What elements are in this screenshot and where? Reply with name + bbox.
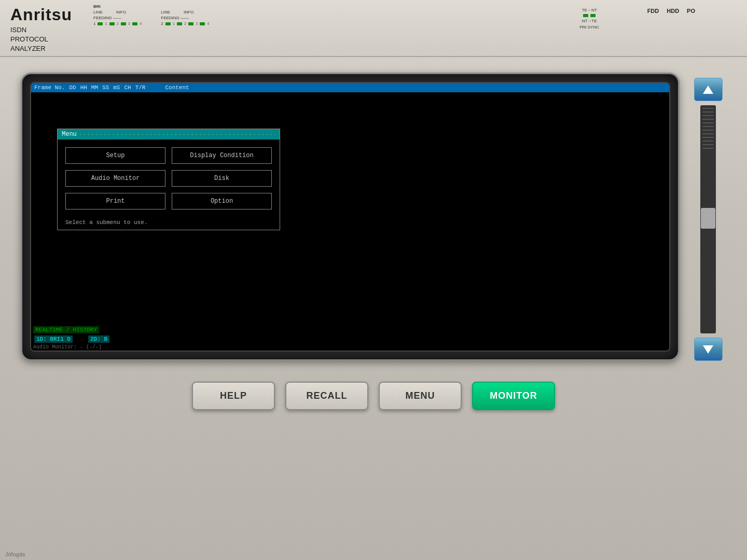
- col-ms: mS: [113, 85, 120, 91]
- scroll-line: [702, 111, 714, 113]
- led-bf2-4: [200, 22, 205, 25]
- screen-header-row: Frame No. DD HH MM SS mS CH T/R Content: [31, 83, 669, 92]
- svg-marker-0: [703, 86, 713, 94]
- led-bf2-3: [188, 22, 193, 25]
- led-te-nt-1: [583, 14, 588, 17]
- main-content: Frame No. DD HH MM SS mS CH T/R Content: [0, 57, 747, 376]
- screen-status: REALTIME / HISTORY 1D: BRI1 D 2D: B Audi…: [31, 325, 669, 351]
- col-frame-no: Frame No.: [34, 85, 65, 91]
- scroll-thumb[interactable]: [701, 208, 715, 229]
- scroll-line: [702, 137, 714, 138]
- svg-marker-1: [703, 345, 713, 354]
- col-ss: SS: [102, 85, 109, 91]
- menu-btn-audio-monitor[interactable]: Audio Monitor: [65, 170, 165, 187]
- te-nt-section: TE←NT NT→TE PRI SYNC: [579, 8, 599, 30]
- led-bf1-4: [132, 22, 137, 25]
- screen-container: Frame No. DD HH MM SS mS CH T/R Content: [21, 73, 680, 361]
- scroll-bar-area: [690, 73, 726, 361]
- scroll-line: [702, 144, 714, 145]
- menu-status-text: Select a submenu to use.: [58, 217, 280, 230]
- scroll-line: [702, 115, 714, 116]
- brand: Anritsu ISDN PROTOCOL ANALYZER: [10, 5, 72, 54]
- scroll-down-button[interactable]: [694, 338, 723, 361]
- fdd-label: FDD: [647, 8, 659, 14]
- screen-data-area: Menu ···································…: [31, 92, 669, 263]
- menu-btn-setup[interactable]: Setup: [65, 147, 165, 164]
- fdd-hdd-section: FDD HDD PO: [647, 8, 695, 14]
- top-panel: Anritsu ISDN PROTOCOL ANALYZER BRI LINE …: [0, 0, 747, 57]
- scroll-line: [702, 130, 714, 131]
- menu-grid: Setup Display Condition Audio Monitor Di…: [58, 139, 280, 217]
- screen: Frame No. DD HH MM SS mS CH T/R Content: [30, 82, 670, 352]
- scroll-line: [702, 141, 714, 142]
- status-audio-monitor: Audio Monitor: - (-/-): [31, 344, 669, 351]
- col-ch: CH: [124, 85, 131, 91]
- menu-btn-print[interactable]: Print: [65, 193, 165, 209]
- menu-title-bar: Menu ···································…: [58, 129, 280, 139]
- led-bf2-1: [165, 22, 171, 25]
- top-indicators-area: BRI LINE INFO FEEDING —— 1 1: [93, 4, 602, 26]
- device-body: Anritsu ISDN PROTOCOL ANALYZER BRI LINE …: [0, 0, 747, 560]
- menu-btn-display-condition[interactable]: Display Condition: [172, 147, 272, 164]
- scroll-line: [702, 108, 714, 109]
- hdd-label: HDD: [667, 8, 679, 14]
- scroll-line: [702, 122, 714, 123]
- watermark: Jófogás: [5, 551, 25, 557]
- pri-sync-label: PRI SYNC: [579, 25, 599, 30]
- led-bf2-2: [177, 22, 182, 25]
- menu-btn-option[interactable]: Option: [172, 193, 272, 209]
- recall-button[interactable]: RECALL: [285, 382, 368, 410]
- col-hh: HH: [80, 85, 87, 91]
- led-bf1-3: [121, 22, 126, 25]
- scroll-track: [700, 105, 716, 333]
- help-button[interactable]: HELP: [192, 382, 275, 410]
- status-realtime-history: REALTIME / HISTORY: [33, 326, 99, 333]
- scroll-up-button[interactable]: [694, 78, 723, 101]
- bri-section: BRI LINE INFO FEEDING —— 1 1: [93, 4, 143, 26]
- te-nt-label: TE←NT: [582, 8, 597, 12]
- bottom-buttons: HELP RECALL MENU MONITOR: [0, 371, 747, 421]
- menu-dialog: Menu ···································…: [57, 129, 280, 230]
- col-tr: T/R: [135, 85, 146, 91]
- nt-te-label: NT→TE: [582, 19, 597, 23]
- scroll-line: [702, 133, 714, 134]
- led-te-nt-2: [590, 14, 596, 17]
- col-dd: DD: [69, 85, 76, 91]
- bri-label: BRI: [93, 4, 101, 9]
- brand-name: Anritsu: [10, 5, 72, 24]
- po-label: PO: [687, 8, 695, 14]
- scroll-line: [702, 126, 714, 127]
- scroll-line: [702, 148, 714, 149]
- led-bf1-2: [109, 22, 115, 25]
- menu-button[interactable]: MENU: [379, 382, 462, 410]
- line-feeding-2-section: LINE INFO FEEDING —— 2 1 2 3: [161, 10, 210, 26]
- menu-overlay: Menu ···································…: [31, 123, 669, 263]
- monitor-button[interactable]: MONITOR: [472, 382, 555, 410]
- col-mm: MM: [91, 85, 98, 91]
- menu-title: Menu: [62, 131, 77, 138]
- status-ch1: 1D: BRI1 D: [34, 335, 73, 343]
- col-content: Content: [165, 85, 189, 91]
- scroll-line: [702, 119, 714, 120]
- led-bf1-1: [98, 22, 103, 25]
- brand-sub: ISDN PROTOCOL ANALYZER: [10, 25, 72, 54]
- status-ch2: 2D: B: [88, 335, 109, 343]
- menu-btn-disk[interactable]: Disk: [172, 170, 272, 187]
